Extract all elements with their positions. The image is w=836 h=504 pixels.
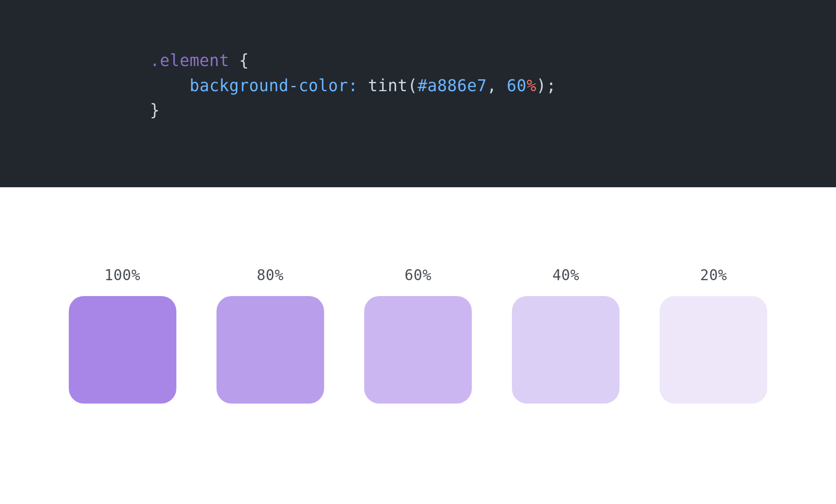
code-block: .element { background-color: tint(#a886e… [0,0,836,187]
code-line-2: background-color: tint(#a886e7, 60%); [150,74,836,99]
css-property: background-color [190,76,348,95]
swatch-box [216,296,324,404]
swatch-label: 80% [257,267,284,284]
swatch-item-80: 80% [214,267,326,404]
swatch-item-100: 100% [66,267,179,404]
swatch-box [512,296,620,404]
semicolon: ; [546,76,556,95]
swatch-box [69,296,176,404]
swatch-label: 20% [700,267,727,284]
lparen: ( [407,76,417,95]
swatch-section: 100% 80% 60% 40% 20% [0,187,836,404]
rparen: ) [537,76,546,95]
fn-name: tint [368,76,407,95]
swatch-item-60: 60% [362,267,474,404]
swatch-label: 100% [104,267,140,284]
css-selector: .element [150,51,229,70]
swatch-box [364,296,472,404]
unit: % [526,76,536,95]
hex-value: #a886e7 [418,76,487,95]
number-value: 60 [507,76,526,95]
swatch-label: 40% [552,267,579,284]
swatch-item-20: 20% [657,267,770,404]
code-line-1: .element { [150,48,836,74]
code-line-3: } [150,98,836,123]
swatch-box [660,296,767,404]
swatch-label: 60% [404,267,431,284]
close-brace: } [150,101,160,120]
colon: : [348,76,358,95]
open-brace: { [239,51,249,70]
swatch-item-40: 40% [510,267,622,404]
comma: , [487,76,496,95]
swatch-row: 100% 80% 60% 40% 20% [66,267,770,404]
